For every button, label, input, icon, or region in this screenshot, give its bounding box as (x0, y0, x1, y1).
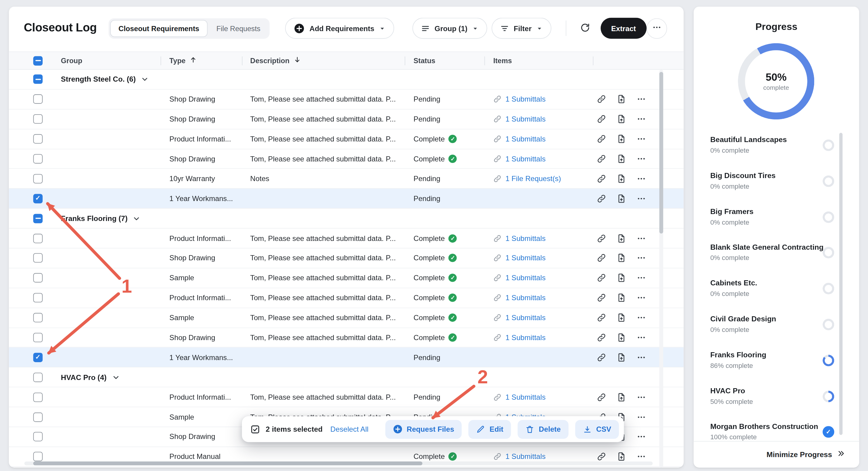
more-icon[interactable] (637, 392, 646, 402)
row-checkbox[interactable] (33, 174, 43, 183)
more-icon[interactable] (637, 452, 646, 461)
row-checkbox[interactable] (33, 452, 43, 461)
group-checkbox[interactable] (33, 75, 43, 84)
copy-link-icon[interactable] (597, 353, 606, 362)
more-options-button[interactable] (647, 18, 667, 39)
items-link[interactable]: 1 Submittals (505, 115, 546, 123)
file-export-icon[interactable] (617, 194, 626, 203)
copy-link-icon[interactable] (597, 134, 606, 144)
row-checkbox[interactable] (33, 313, 43, 322)
group-button[interactable]: Group (1) (412, 18, 488, 39)
copy-link-icon[interactable] (597, 194, 606, 203)
copy-link-icon[interactable] (597, 154, 606, 163)
items-link[interactable]: 1 Submittals (505, 314, 546, 322)
more-icon[interactable] (637, 194, 646, 203)
file-export-icon[interactable] (617, 333, 626, 342)
row-checkbox[interactable] (33, 353, 43, 362)
copy-link-icon[interactable] (597, 95, 606, 104)
group-checkbox[interactable] (33, 372, 43, 382)
more-icon[interactable] (637, 95, 646, 104)
edit-button[interactable]: Edit (468, 419, 511, 438)
file-export-icon[interactable] (617, 353, 626, 362)
row-checkbox[interactable] (33, 194, 43, 203)
copy-link-icon[interactable] (597, 174, 606, 183)
more-icon[interactable] (637, 333, 646, 342)
row-checkbox[interactable] (33, 95, 43, 104)
more-icon[interactable] (637, 353, 646, 362)
more-icon[interactable] (637, 432, 646, 441)
refresh-button[interactable] (575, 18, 595, 39)
items-link[interactable]: 1 Submittals (505, 155, 546, 163)
copy-link-icon[interactable] (597, 114, 606, 124)
copy-link-icon[interactable] (597, 273, 606, 283)
copy-link-icon[interactable] (597, 452, 606, 461)
column-header-items[interactable]: Items (493, 52, 512, 69)
file-export-icon[interactable] (617, 273, 626, 283)
row-checkbox[interactable] (33, 134, 43, 144)
more-icon[interactable] (637, 234, 646, 243)
chevron-down-icon[interactable] (141, 75, 149, 84)
tab-closeout-requirements[interactable]: Closeout Requirements (110, 20, 208, 37)
copy-link-icon[interactable] (597, 253, 606, 263)
row-checkbox[interactable] (33, 253, 43, 263)
file-export-icon[interactable] (617, 313, 626, 322)
chevron-down-icon[interactable] (112, 373, 120, 381)
sort-ascending-icon[interactable] (189, 56, 197, 65)
column-header-type[interactable]: Type (169, 52, 197, 69)
group-checkbox[interactable] (33, 214, 43, 223)
row-checkbox[interactable] (33, 234, 43, 243)
deselect-all-link[interactable]: Deselect All (330, 425, 368, 433)
file-export-icon[interactable] (617, 452, 626, 461)
more-icon[interactable] (637, 293, 646, 303)
file-export-icon[interactable] (617, 253, 626, 263)
items-link[interactable]: 1 Submittals (505, 135, 546, 143)
row-checkbox[interactable] (33, 392, 43, 402)
column-header-description[interactable]: Description (250, 52, 301, 69)
tab-file-requests[interactable]: File Requests (209, 20, 268, 37)
more-icon[interactable] (637, 313, 646, 322)
add-requirements-button[interactable]: Add Requirements (285, 18, 394, 39)
file-export-icon[interactable] (617, 174, 626, 183)
row-checkbox[interactable] (33, 333, 43, 342)
more-icon[interactable] (637, 253, 646, 263)
file-export-icon[interactable] (617, 154, 626, 163)
delete-button[interactable]: Delete (518, 419, 568, 438)
row-checkbox[interactable] (33, 114, 43, 124)
items-link[interactable]: 1 Submittals (505, 254, 546, 262)
row-checkbox[interactable] (33, 273, 43, 283)
row-checkbox[interactable] (33, 154, 43, 163)
copy-link-icon[interactable] (597, 333, 606, 342)
items-link[interactable]: 1 Submittals (505, 95, 546, 103)
items-link[interactable]: 1 Submittals (505, 452, 546, 461)
table-horizontal-scrollbar[interactable] (33, 462, 423, 466)
more-icon[interactable] (637, 114, 646, 124)
filter-button[interactable]: Filter (492, 18, 551, 39)
copy-link-icon[interactable] (597, 234, 606, 243)
row-checkbox[interactable] (33, 432, 43, 441)
items-link[interactable]: 1 Submittals (505, 293, 546, 302)
items-link[interactable]: 1 Submittals (505, 234, 546, 242)
table-vertical-scrollbar[interactable] (659, 72, 663, 233)
file-export-icon[interactable] (617, 134, 626, 144)
file-export-icon[interactable] (617, 234, 626, 243)
request-files-button[interactable]: Request Files (385, 419, 462, 438)
file-export-icon[interactable] (617, 293, 626, 303)
more-icon[interactable] (637, 412, 646, 422)
column-header-status[interactable]: Status (413, 52, 435, 69)
items-link[interactable]: 1 Submittals (505, 274, 546, 282)
items-link[interactable]: 1 File Request(s) (505, 175, 561, 183)
copy-link-icon[interactable] (597, 313, 606, 322)
chevron-down-icon[interactable] (132, 214, 141, 222)
sort-descending-icon[interactable] (293, 56, 301, 65)
file-export-icon[interactable] (617, 392, 626, 402)
row-checkbox[interactable] (33, 412, 43, 422)
file-export-icon[interactable] (617, 114, 626, 124)
row-checkbox[interactable] (33, 293, 43, 303)
copy-link-icon[interactable] (597, 392, 606, 402)
more-icon[interactable] (637, 273, 646, 283)
progress-scrollbar[interactable] (839, 133, 843, 435)
items-link[interactable]: 1 Submittals (505, 334, 546, 342)
more-icon[interactable] (637, 134, 646, 144)
csv-button[interactable]: CSV (575, 419, 619, 438)
copy-link-icon[interactable] (597, 293, 606, 303)
